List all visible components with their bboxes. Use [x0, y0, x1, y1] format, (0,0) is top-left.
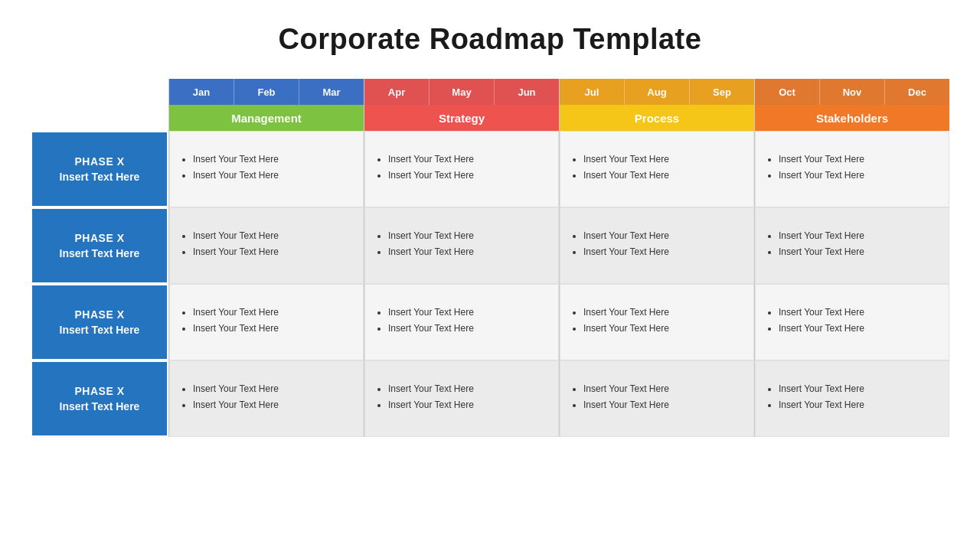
list-item: Insert Your Text Here [193, 383, 352, 396]
month-cell-3-2: Dec [885, 79, 949, 105]
phase-label-0: PHASE X [75, 155, 125, 168]
list-item: Insert Your Text Here [193, 246, 352, 259]
data-cell-0-3[interactable]: Insert Your Text HereInsert Your Text He… [169, 360, 364, 437]
list-item: Insert Your Text Here [193, 322, 352, 335]
data-cell-2-0[interactable]: Insert Your Text HereInsert Your Text He… [560, 131, 754, 207]
list-item: Insert Your Text Here [583, 169, 743, 182]
list-item: Insert Your Text Here [388, 230, 547, 243]
list-item: Insert Your Text Here [388, 306, 547, 319]
phase-cell-3: PHASE X Insert Text Here [31, 360, 168, 437]
data-rows-0: Insert Your Text HereInsert Your Text He… [169, 131, 364, 437]
list-item: Insert Your Text Here [583, 230, 743, 243]
phase-label-3: PHASE X [75, 385, 125, 397]
list-item: Insert Your Text Here [388, 169, 547, 182]
phase-sub-1: Insert Text Here [60, 247, 140, 259]
phase-cell-0: PHASE X Insert Text Here [31, 131, 168, 207]
list-item: Insert Your Text Here [779, 322, 938, 335]
list-item: Insert Your Text Here [779, 153, 938, 166]
phase-cell-1: PHASE X Insert Text Here [31, 207, 168, 284]
list-item: Insert Your Text Here [779, 399, 938, 412]
phase-label-1: PHASE X [75, 232, 125, 244]
data-row-2-1: Insert Your Text HereInsert Your Text He… [560, 207, 754, 284]
phase-sub-0: Insert Text Here [60, 171, 140, 183]
category-cell-0: Management [169, 105, 364, 131]
data-row-3-3: Insert Your Text HereInsert Your Text He… [755, 360, 949, 437]
data-cell-1-0[interactable]: Insert Your Text HereInsert Your Text He… [364, 131, 559, 207]
month-cell-0-2: Mar [299, 79, 364, 105]
data-cell-2-3[interactable]: Insert Your Text HereInsert Your Text He… [560, 360, 754, 437]
data-cell-1-1[interactable]: Insert Your Text HereInsert Your Text He… [364, 207, 559, 284]
data-rows-1: Insert Your Text HereInsert Your Text He… [364, 131, 559, 437]
months-row-2: JulAugSep [560, 79, 754, 105]
month-cell-3-1: Nov [820, 79, 885, 105]
data-rows-3: Insert Your Text HereInsert Your Text He… [755, 131, 949, 437]
month-cell-3-0: Oct [755, 79, 820, 105]
list-item: Insert Your Text Here [583, 246, 743, 259]
data-cell-0-2[interactable]: Insert Your Text HereInsert Your Text He… [169, 284, 364, 360]
list-item: Insert Your Text Here [779, 306, 938, 319]
data-row-3-2: Insert Your Text HereInsert Your Text He… [755, 284, 949, 360]
phase-label-2: PHASE X [75, 308, 125, 321]
category-row-1: Strategy [364, 105, 559, 131]
list-item: Insert Your Text Here [779, 246, 938, 259]
category-cell-2: Process [560, 105, 754, 131]
quarter-col-3: OctNovDecStakeholdersInsert Your Text He… [754, 79, 949, 437]
month-cell-2-0: Jul [560, 79, 625, 105]
data-row-0-2: Insert Your Text HereInsert Your Text He… [169, 284, 364, 360]
list-item: Insert Your Text Here [193, 230, 352, 243]
list-item: Insert Your Text Here [779, 383, 938, 396]
months-row-1: AprMayJun [364, 79, 559, 105]
list-item: Insert Your Text Here [193, 399, 352, 412]
list-item: Insert Your Text Here [583, 306, 743, 319]
data-cell-2-2[interactable]: Insert Your Text HereInsert Your Text He… [560, 284, 754, 360]
data-cell-0-1[interactable]: Insert Your Text HereInsert Your Text He… [169, 207, 364, 284]
list-item: Insert Your Text Here [193, 153, 352, 166]
list-item: Insert Your Text Here [583, 399, 743, 412]
data-cell-1-2[interactable]: Insert Your Text HereInsert Your Text He… [364, 284, 559, 360]
month-cell-1-0: Apr [364, 79, 430, 105]
category-cell-3: Stakeholders [755, 105, 949, 131]
list-item: Insert Your Text Here [388, 383, 547, 396]
list-item: Insert Your Text Here [388, 153, 547, 166]
months-row-0: JanFebMar [169, 79, 364, 105]
category-row-3: Stakeholders [755, 105, 949, 131]
list-item: Insert Your Text Here [779, 230, 938, 243]
data-cell-3-3[interactable]: Insert Your Text HereInsert Your Text He… [755, 360, 949, 437]
data-row-0-0: Insert Your Text HereInsert Your Text He… [169, 131, 364, 207]
month-cell-1-2: Jun [495, 79, 559, 105]
quarter-col-2: JulAugSepProcessInsert Your Text HereIns… [559, 79, 754, 437]
list-item: Insert Your Text Here [388, 399, 547, 412]
category-cell-1: Strategy [364, 105, 559, 131]
header-spacer [31, 79, 168, 131]
data-rows-2: Insert Your Text HereInsert Your Text He… [560, 131, 754, 437]
list-item: Insert Your Text Here [583, 383, 743, 396]
phase-sub-2: Insert Text Here [60, 324, 140, 336]
data-cell-3-0[interactable]: Insert Your Text HereInsert Your Text He… [755, 131, 949, 207]
data-cell-3-1[interactable]: Insert Your Text HereInsert Your Text He… [755, 207, 949, 284]
phase-cell-2: PHASE X Insert Text Here [31, 284, 168, 360]
month-cell-1-1: May [430, 79, 495, 105]
quarter-col-1: AprMayJunStrategyInsert Your Text HereIn… [364, 79, 559, 437]
category-row-0: Management [169, 105, 364, 131]
data-row-1-2: Insert Your Text HereInsert Your Text He… [364, 284, 559, 360]
data-row-1-3: Insert Your Text HereInsert Your Text He… [364, 360, 559, 437]
months-row-3: OctNovDec [755, 79, 949, 105]
data-cell-1-3[interactable]: Insert Your Text HereInsert Your Text He… [364, 360, 559, 437]
phase-column: PHASE X Insert Text Here PHASE X Insert … [31, 79, 168, 437]
data-row-0-1: Insert Your Text HereInsert Your Text He… [169, 207, 364, 284]
data-row-1-1: Insert Your Text HereInsert Your Text He… [364, 207, 559, 284]
month-cell-0-0: Jan [169, 79, 234, 105]
data-cell-2-1[interactable]: Insert Your Text HereInsert Your Text He… [560, 207, 754, 284]
data-row-0-3: Insert Your Text HereInsert Your Text He… [169, 360, 364, 437]
list-item: Insert Your Text Here [193, 306, 352, 319]
data-cell-0-0[interactable]: Insert Your Text HereInsert Your Text He… [169, 131, 364, 207]
data-row-3-1: Insert Your Text HereInsert Your Text He… [755, 207, 949, 284]
month-cell-2-1: Aug [625, 79, 690, 105]
list-item: Insert Your Text Here [388, 322, 547, 335]
data-row-2-2: Insert Your Text HereInsert Your Text He… [560, 284, 754, 360]
month-cell-2-2: Sep [690, 79, 754, 105]
data-row-3-0: Insert Your Text HereInsert Your Text He… [755, 131, 949, 207]
data-cell-3-2[interactable]: Insert Your Text HereInsert Your Text He… [755, 284, 949, 360]
data-row-1-0: Insert Your Text HereInsert Your Text He… [364, 131, 559, 207]
data-row-2-0: Insert Your Text HereInsert Your Text He… [560, 131, 754, 207]
